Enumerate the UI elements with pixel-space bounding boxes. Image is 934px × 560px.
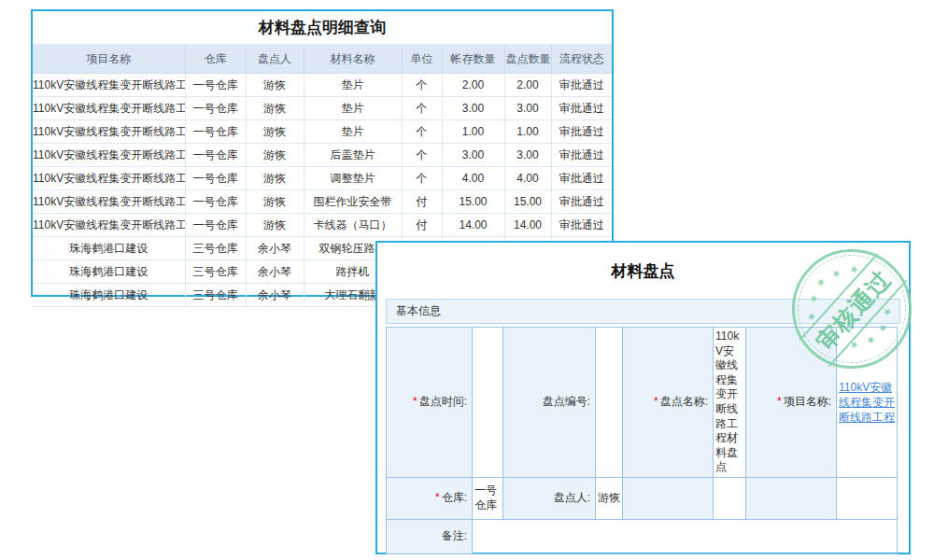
warehouse-cell[interactable]: 三号仓库 bbox=[185, 260, 246, 284]
query-panel-title: 材料盘点明细查询 bbox=[33, 11, 612, 45]
count-qty-cell: 2.00 bbox=[504, 74, 551, 97]
required-asterisk: * bbox=[777, 395, 782, 408]
material-link[interactable]: 后盖垫片 bbox=[304, 144, 402, 167]
warehouse-cell[interactable]: 一号仓库 bbox=[185, 120, 246, 144]
table-row: 110kV安徽线程集变开断线路工程 一号仓库 游恢 垫片 个 1.00 1.00… bbox=[33, 120, 612, 144]
empty-value-cell bbox=[837, 477, 898, 519]
status-badge: 审批通过 bbox=[551, 144, 612, 167]
table-row: 110kV安徽线程集变开断线路工程 一号仓库 游恢 垫片 个 3.00 3.00… bbox=[33, 97, 612, 120]
detail-panel: 材料盘点 基本信息 *盘点时间: 盘点编号: *盘点名称: 110kV安徽线程集… bbox=[375, 241, 911, 554]
column-header-status: 流程状态 bbox=[551, 45, 612, 74]
status-badge: 审批通过 bbox=[551, 74, 612, 97]
status-badge: 审批通过 bbox=[551, 167, 612, 190]
warehouse-cell[interactable]: 三号仓库 bbox=[185, 284, 246, 307]
remark-field[interactable] bbox=[473, 519, 898, 553]
project-link[interactable]: 珠海鹤港口建设 bbox=[33, 237, 185, 260]
warehouse-cell[interactable]: 一号仓库 bbox=[185, 144, 246, 167]
project-link[interactable]: 珠海鹤港口建设 bbox=[33, 284, 185, 307]
unit-cell: 付 bbox=[402, 190, 442, 214]
project-link[interactable]: 110kV安徽线程集变开断线路工程 bbox=[33, 74, 185, 97]
count-qty-cell: 3.00 bbox=[504, 97, 551, 120]
checker-cell[interactable]: 游恢 bbox=[246, 120, 304, 144]
form-row-2: *仓库: 一号仓库 盘点人: 游恢 bbox=[387, 477, 898, 519]
book-qty-cell: 4.00 bbox=[442, 167, 504, 190]
check-no-label: 盘点编号: bbox=[503, 328, 596, 478]
detail-form-table: *盘点时间: 盘点编号: *盘点名称: 110kV安徽线程集变开断线路工程材料盘… bbox=[386, 327, 898, 554]
checker-cell[interactable]: 游恢 bbox=[246, 214, 304, 237]
book-qty-cell: 3.00 bbox=[442, 97, 504, 120]
checker-cell[interactable]: 余小琴 bbox=[246, 237, 304, 260]
warehouse-cell[interactable]: 一号仓库 bbox=[185, 97, 246, 120]
remark-label: 备注: bbox=[387, 519, 473, 553]
required-asterisk: * bbox=[413, 395, 417, 408]
count-qty-cell: 4.00 bbox=[504, 167, 551, 190]
detail-panel-title: 材料盘点 bbox=[377, 243, 909, 299]
project-link[interactable]: 110kV安徽线程集变开断线路工程 bbox=[33, 144, 185, 167]
column-header-material: 材料名称 bbox=[304, 45, 402, 74]
checker-cell[interactable]: 游恢 bbox=[246, 74, 304, 97]
column-header-checker: 盘点人 bbox=[246, 45, 304, 74]
status-badge: 审批通过 bbox=[551, 97, 612, 120]
column-header-project: 项目名称 bbox=[33, 45, 185, 74]
unit-cell: 个 bbox=[402, 97, 442, 120]
project-link[interactable]: 110kV安徽线程集变开断线路工程 bbox=[33, 97, 185, 120]
warehouse-cell[interactable]: 三号仓库 bbox=[185, 237, 246, 260]
unit-cell: 个 bbox=[402, 120, 442, 144]
project-name-link[interactable]: 110kV安徽线程集变开断线路工程 bbox=[839, 381, 895, 424]
warehouse-cell[interactable]: 一号仓库 bbox=[185, 214, 246, 237]
checker-cell[interactable]: 游恢 bbox=[246, 190, 304, 214]
unit-cell: 个 bbox=[402, 74, 442, 97]
warehouse-cell[interactable]: 一号仓库 bbox=[185, 190, 246, 214]
checker-field: 游恢 bbox=[596, 477, 623, 519]
project-link[interactable]: 110kV安徽线程集变开断线路工程 bbox=[33, 190, 185, 214]
table-row: 110kV安徽线程集变开断线路工程 一号仓库 游恢 后盖垫片 个 3.00 3.… bbox=[33, 144, 612, 167]
empty-value-cell bbox=[714, 477, 746, 519]
book-qty-cell: 2.00 bbox=[442, 74, 504, 97]
check-time-field[interactable] bbox=[473, 328, 503, 478]
check-name-field: 110kV安徽线程集变开断线路工程材料盘点 bbox=[714, 328, 746, 478]
unit-cell: 个 bbox=[402, 167, 442, 190]
table-row: 110kV安徽线程集变开断线路工程 一号仓库 游恢 调整垫片 个 4.00 4.… bbox=[33, 167, 612, 190]
material-link[interactable]: 垫片 bbox=[304, 120, 402, 144]
checker-cell[interactable]: 余小琴 bbox=[246, 284, 304, 307]
empty-label-cell bbox=[623, 477, 714, 519]
warehouse-label: *仓库: bbox=[387, 477, 473, 519]
empty-label-cell bbox=[746, 477, 837, 519]
project-name-label: *项目名称: bbox=[746, 328, 837, 478]
table-row: 110kV安徽线程集变开断线路工程 一号仓库 游恢 围栏作业安全带 付 15.0… bbox=[33, 190, 612, 214]
material-link[interactable]: 垫片 bbox=[304, 97, 402, 120]
book-qty-cell: 14.00 bbox=[442, 214, 504, 237]
checker-cell[interactable]: 游恢 bbox=[246, 144, 304, 167]
warehouse-cell[interactable]: 一号仓库 bbox=[185, 74, 246, 97]
material-link[interactable]: 调整垫片 bbox=[304, 167, 402, 190]
unit-cell: 付 bbox=[402, 214, 442, 237]
checker-cell[interactable]: 游恢 bbox=[246, 97, 304, 120]
unit-cell: 个 bbox=[402, 144, 442, 167]
project-link[interactable]: 珠海鹤港口建设 bbox=[33, 260, 185, 284]
check-time-label: *盘点时间: bbox=[387, 328, 473, 478]
warehouse-field: 一号仓库 bbox=[473, 477, 503, 519]
project-link[interactable]: 110kV安徽线程集变开断线路工程 bbox=[33, 120, 185, 144]
column-header-book-qty: 帐存数量 bbox=[442, 45, 504, 74]
warehouse-cell[interactable]: 一号仓库 bbox=[185, 167, 246, 190]
material-link[interactable]: 卡线器（马口） bbox=[304, 214, 402, 237]
book-qty-cell: 15.00 bbox=[442, 190, 504, 214]
checker-label: 盘点人: bbox=[503, 477, 596, 519]
material-link[interactable]: 垫片 bbox=[304, 74, 402, 97]
check-name-label: *盘点名称: bbox=[623, 328, 714, 478]
project-link[interactable]: 110kV安徽线程集变开断线路工程 bbox=[33, 167, 185, 190]
count-qty-cell: 14.00 bbox=[504, 214, 551, 237]
checker-cell[interactable]: 游恢 bbox=[246, 167, 304, 190]
section-header-basic-info: 基本信息 bbox=[386, 299, 900, 324]
check-no-field[interactable] bbox=[596, 328, 623, 478]
count-qty-cell: 1.00 bbox=[504, 120, 551, 144]
form-row-3: 备注: bbox=[387, 519, 898, 553]
project-name-field: 110kV安徽线程集变开断线路工程 bbox=[837, 328, 898, 478]
column-header-warehouse: 仓库 bbox=[185, 45, 246, 74]
material-link[interactable]: 围栏作业安全带 bbox=[304, 190, 402, 214]
status-badge: 审批通过 bbox=[551, 190, 612, 214]
checker-cell[interactable]: 余小琴 bbox=[246, 260, 304, 284]
project-link[interactable]: 110kV安徽线程集变开断线路工程 bbox=[33, 214, 185, 237]
count-qty-cell: 15.00 bbox=[504, 190, 551, 214]
table-row: 110kV安徽线程集变开断线路工程 一号仓库 游恢 卡线器（马口） 付 14.0… bbox=[33, 214, 612, 237]
